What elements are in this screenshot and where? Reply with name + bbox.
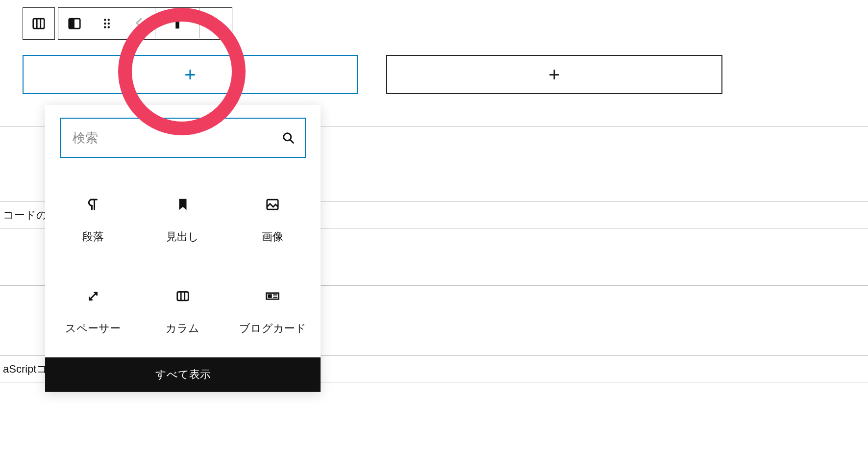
search-wrap [45, 105, 321, 163]
drag-handle[interactable] [91, 8, 123, 39]
block-image[interactable]: 画像 [228, 175, 318, 266]
move-left-button[interactable] [123, 8, 155, 38]
block-grid: 段落 見出し 画像 スペーサー カラム ブログカード [45, 163, 321, 357]
columns-icon [31, 16, 46, 31]
block-label: ブログカード [239, 321, 306, 336]
more-options-button[interactable] [199, 8, 232, 39]
block-paragraph[interactable]: 段落 [48, 175, 138, 266]
row-script-label: aScriptコ [3, 362, 48, 377]
search-input[interactable] [73, 130, 281, 146]
drag-icon [99, 16, 114, 31]
svg-rect-19 [177, 292, 189, 301]
svg-point-10 [107, 26, 110, 28]
image-icon [264, 196, 281, 213]
svg-point-15 [214, 26, 217, 29]
columns-icon [174, 288, 191, 304]
svg-line-17 [290, 140, 293, 143]
spacer-icon [85, 288, 101, 304]
svg-rect-23 [268, 294, 272, 298]
svg-rect-4 [69, 19, 74, 28]
block-columns[interactable]: カラム [138, 266, 227, 358]
block-blogcard[interactable]: ブログカード [228, 266, 318, 358]
svg-point-13 [214, 18, 217, 21]
block-heading[interactable]: 見出し [138, 175, 227, 266]
svg-point-5 [104, 19, 106, 21]
parent-columns-button[interactable] [23, 7, 55, 40]
paragraph-icon [85, 196, 101, 213]
block-spacer[interactable]: スペーサー [48, 266, 138, 358]
align-button[interactable] [155, 8, 199, 38]
svg-point-7 [104, 23, 106, 25]
half-column-icon [67, 16, 82, 31]
svg-rect-0 [33, 19, 45, 28]
blogcard-icon [264, 288, 281, 304]
column-type-button[interactable] [58, 8, 91, 39]
svg-point-8 [107, 23, 110, 25]
svg-point-14 [214, 23, 217, 25]
block-label: スペーサー [65, 321, 121, 336]
add-block-right-button[interactable]: + [386, 55, 722, 94]
align-center-icon [170, 16, 185, 30]
block-label: カラム [166, 321, 199, 336]
search-box[interactable] [60, 118, 306, 158]
show-all-button[interactable]: すべて表示 [45, 357, 321, 392]
more-vertical-icon [208, 16, 223, 31]
search-icon [281, 131, 295, 145]
add-block-left-button[interactable]: + [23, 55, 358, 94]
row-code-label: コードの [3, 208, 48, 223]
plus-icon: + [548, 65, 560, 84]
block-label: 見出し [166, 229, 199, 244]
svg-point-9 [104, 26, 106, 28]
plus-icon: + [184, 65, 196, 84]
block-toolbar-group [58, 7, 232, 40]
block-toolbar [23, 7, 232, 40]
block-inserter-popover: 段落 見出し 画像 スペーサー カラム ブログカード すべて表示 [45, 105, 321, 392]
svg-point-6 [107, 19, 110, 21]
chevron-left-icon [132, 16, 147, 30]
show-all-label: すべて表示 [155, 367, 211, 382]
block-label: 段落 [82, 229, 104, 244]
bookmark-icon [174, 196, 191, 213]
block-label: 画像 [262, 229, 283, 244]
